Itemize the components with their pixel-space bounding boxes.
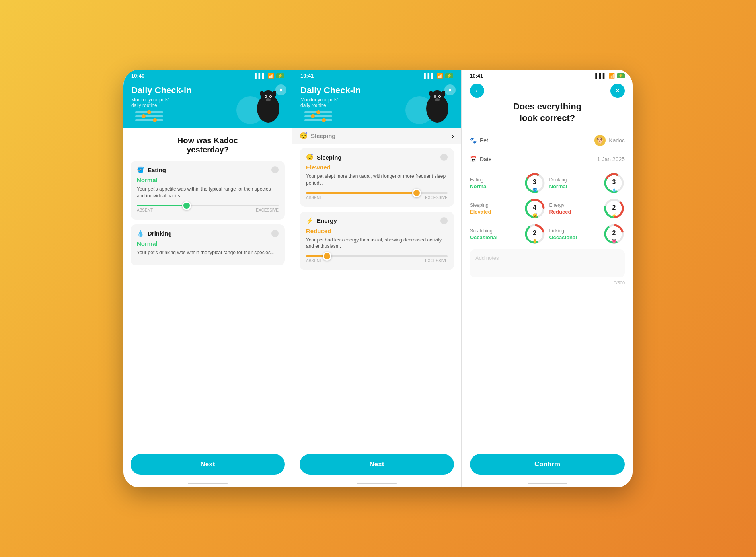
licking-gauge-icon: 👅 (612, 239, 616, 243)
header-banner-2: × Daily Check-in Monitor your pets' dail… (292, 80, 461, 128)
svg-point-4 (265, 96, 267, 97)
sleeping-info[interactable]: i (440, 154, 448, 161)
status-icons-1: ▌▌▌ 📶 ⚡ (255, 73, 284, 79)
energy-metric-status: Reduced (549, 209, 600, 215)
notes-area[interactable]: Add notes (470, 249, 625, 277)
sleeping-gauge-num: 4 (533, 204, 536, 211)
scrolled-label: Sleeping (311, 132, 336, 139)
scratching-metric-name: Scratching (470, 228, 520, 234)
energy-slider[interactable]: ABSENT EXCESSIVE (306, 254, 448, 265)
scratching-gauge: 2 ✋ (524, 223, 546, 245)
slider-decoration (135, 111, 163, 121)
energy-label-right: EXCESSIVE (425, 259, 448, 263)
status-bar-2: 10:41 ▌▌▌ 📶 ⚡ (292, 70, 461, 80)
eating-gauge-icon: 🪣 (532, 188, 537, 192)
sleeping-card: 😴 Sleeping i Elevated Your pet slept mor… (300, 148, 454, 207)
licking-gauge: 2 👅 (603, 223, 625, 245)
eating-gauge: 3 🪣 (524, 172, 546, 194)
confirm-title: Does everythinglook correct? (462, 101, 633, 124)
eating-metric-status: Normal (470, 183, 520, 189)
home-indicator-3 (528, 483, 567, 484)
svg-rect-16 (429, 91, 433, 96)
panel-1: 10:40 ▌▌▌ 📶 ⚡ × Daily Check-in Monitor y… (123, 70, 292, 487)
notes-placeholder: Add notes (475, 255, 499, 261)
dog-svg-1 (252, 89, 284, 127)
date-value: 1 Jan 2025 (597, 156, 625, 162)
energy-desc: Your pet had less energy than usual, sho… (306, 237, 448, 250)
calendar-icon: 📅 (470, 156, 477, 162)
page-title-1: How was Kadocyesterday? (131, 136, 285, 154)
metric-eating: Eating Normal 3 🪣 (470, 172, 546, 194)
confirm-panel: 10:41 ▌▌▌ 📶 ⚡ ‹ × Does everythinglook co… (462, 70, 633, 487)
confirm-wifi-icon: 📶 (608, 73, 615, 79)
drinking-title: 💧 Drinking (137, 230, 172, 237)
drinking-metric-name: Drinking (549, 177, 600, 183)
energy-status: Reduced (306, 228, 448, 234)
drinking-icon: 💧 (137, 230, 144, 237)
sleeping-status: Elevated (306, 164, 448, 171)
wifi-icon: 📶 (268, 73, 274, 79)
sleeping-metric-name: Sleeping (470, 203, 520, 208)
energy-gauge: 2 ⚡ (603, 198, 625, 219)
date-row: 📅 Date 1 Jan 2025 (470, 151, 625, 167)
svg-point-5 (270, 96, 271, 97)
licking-gauge-num: 2 (612, 230, 616, 237)
confirm-close-btn[interactable]: × (610, 84, 625, 98)
energy-metric-name: Energy (549, 203, 600, 208)
metric-sleeping: Sleeping Elevated 4 😴 (470, 198, 546, 219)
svg-point-15 (435, 98, 440, 101)
energy-info[interactable]: i (440, 217, 448, 224)
metric-drinking: Drinking Normal 3 💧 (549, 172, 625, 194)
pet-label: Pet (480, 137, 488, 144)
energy-card: ⚡ Energy i Reduced Your pet had less ene… (300, 212, 454, 271)
licking-metric-name: Licking (549, 228, 600, 234)
sleeping-desc: Your pet slept more than usual, with lon… (306, 173, 448, 187)
sleeping-gauge: 4 😴 (524, 198, 546, 219)
sleeping-metric-status: Elevated (470, 209, 520, 215)
sleeping-slider[interactable]: ABSENT EXCESSIVE (306, 191, 448, 201)
metric-scratching: Scratching Occasional 2 ✋ (470, 223, 546, 245)
eating-label-left: ABSENT (137, 208, 153, 212)
signal-icon: ▌▌▌ (255, 73, 266, 79)
energy-icon: ⚡ (306, 217, 314, 224)
drinking-gauge-num: 3 (612, 179, 616, 186)
energy-label-left: ABSENT (306, 259, 322, 263)
energy-gauge-num: 2 (612, 204, 616, 211)
content-area-1: How was Kadocyesterday? 🪣 Eating i Norma… (123, 128, 292, 454)
confirm-btn[interactable]: Confirm (470, 454, 625, 475)
notes-count: 0/500 (470, 280, 625, 285)
confirm-content: 🐾 Pet 🐕 Kadoc 📅 Date 1 Jan 2025 (462, 130, 633, 450)
licking-metric-status: Occasional (549, 234, 600, 240)
panel-2: 10:41 ▌▌▌ 📶 ⚡ × Daily Check-in Monitor y… (292, 70, 462, 487)
drinking-gauge-icon: 💧 (612, 188, 616, 192)
scroll-arrow: › (452, 132, 454, 140)
drinking-status: Normal (137, 240, 279, 247)
header-banner-1: × Daily Check-in Monitor your pets' dail… (123, 80, 292, 128)
energy-title: ⚡ Energy (306, 217, 337, 224)
confirm-battery-icon: ⚡ (617, 73, 625, 78)
time-2: 10:41 (300, 73, 314, 79)
back-btn[interactable]: ‹ (470, 84, 484, 98)
eating-status: Normal (137, 177, 279, 183)
battery-icon: ⚡ (276, 73, 284, 78)
next-btn-1[interactable]: Next (131, 454, 285, 475)
signal-icon-2: ▌▌▌ (424, 73, 435, 79)
metrics-grid: Eating Normal 3 🪣 (470, 172, 625, 245)
scrolled-category: 😴 Sleeping › (292, 128, 461, 144)
battery-icon-2: ⚡ (445, 73, 453, 78)
svg-point-13 (435, 96, 436, 97)
sleeping-label-right: EXCESSIVE (425, 195, 448, 200)
pet-row: 🐾 Pet 🐕 Kadoc (470, 130, 625, 151)
next-btn-2[interactable]: Next (300, 454, 454, 475)
drinking-card: 💧 Drinking i Normal Your pet's drinking … (131, 224, 285, 266)
eating-info[interactable]: i (271, 166, 279, 173)
drinking-info[interactable]: i (271, 230, 279, 237)
sleeping-gauge-icon: 😴 (532, 213, 537, 218)
metric-energy: Energy Reduced 2 ⚡ (549, 198, 625, 219)
svg-point-6 (266, 98, 271, 101)
content-area-2: 😴 Sleeping i Elevated Your pet slept mor… (292, 144, 461, 454)
sleeping-scroll-icon: 😴 (300, 132, 308, 140)
status-bar-1: 10:40 ▌▌▌ 📶 ⚡ (123, 70, 292, 80)
app-container: 10:40 ▌▌▌ 📶 ⚡ × Daily Check-in Monitor y… (123, 70, 633, 487)
eating-slider[interactable]: ABSENT EXCESSIVE (137, 203, 279, 214)
